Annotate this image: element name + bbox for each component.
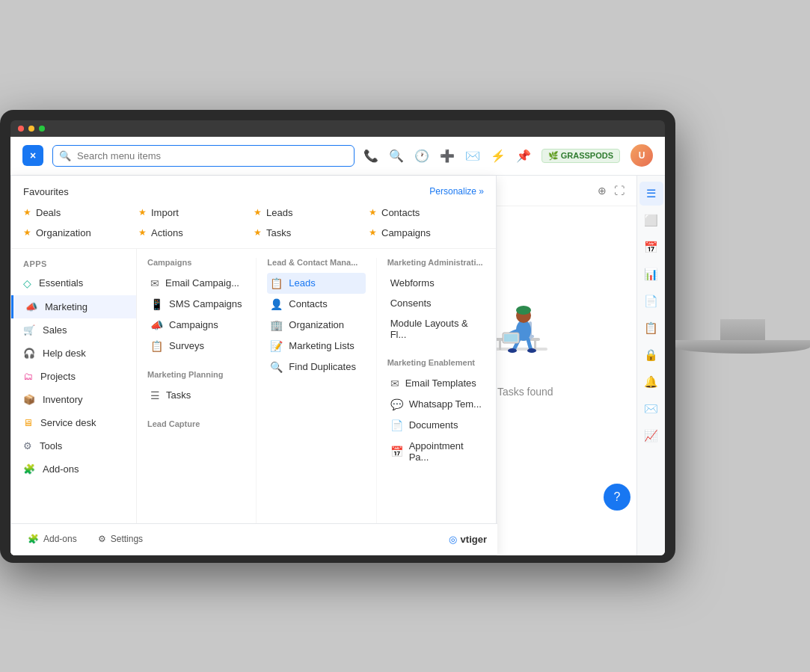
sub-item-label: Email Campaig... — [165, 277, 239, 289]
rail-list-icon[interactable]: ☰ — [639, 182, 663, 206]
rail-analytics-icon[interactable]: 📈 — [639, 424, 663, 448]
app-label: Help desk — [43, 348, 86, 359]
app-item-addons[interactable]: 🧩 Add-ons — [11, 457, 136, 481]
fav-label: Deals — [36, 207, 61, 218]
mail-icon[interactable]: ✉️ — [465, 149, 480, 163]
email-templates-icon: ✉ — [390, 377, 399, 389]
app-item-essentials[interactable]: ◇ Essentials — [11, 271, 136, 295]
fav-contacts[interactable]: ★ Contacts — [369, 205, 484, 221]
sub-item-find-duplicates[interactable]: 🔍 Find Duplicates — [267, 357, 365, 377]
sub-item-appointment[interactable]: 📅 Appointment Pa... — [387, 436, 485, 467]
rail-calendar-icon[interactable]: 📅 — [639, 235, 663, 259]
addons-button[interactable]: 🧩 Add-ons — [22, 531, 83, 547]
rail-mail-icon[interactable]: ✉️ — [639, 397, 663, 421]
personalize-link[interactable]: Personalize » — [429, 186, 484, 197]
app-label: Add-ons — [43, 463, 79, 475]
app-item-helpdesk[interactable]: 🎧 Help desk — [11, 342, 136, 365]
sub-item-consents[interactable]: Consents — [387, 293, 485, 313]
svg-point-9 — [508, 348, 517, 353]
search-global-icon[interactable]: 🔍 — [389, 149, 404, 163]
sub-item-email-templates[interactable]: ✉ Email Templates — [387, 373, 485, 394]
fav-organization[interactable]: ★ Organization — [23, 225, 138, 241]
marketing-admin-header: Marketing Administrati... — [387, 258, 485, 267]
sub-item-marketing-lists[interactable]: 📝 Marketing Lists — [267, 336, 365, 357]
rail-grid-icon[interactable]: ⬜ — [639, 209, 663, 232]
sub-item-label: Contacts — [289, 298, 327, 309]
rail-lock-icon[interactable]: 🔒 — [639, 343, 663, 367]
rail-notes-icon[interactable]: 📋 — [639, 316, 663, 340]
sub-item-leads[interactable]: 📋 Leads — [267, 273, 365, 294]
help-button[interactable]: ? — [604, 484, 630, 511]
sub-item-label: Documents — [409, 419, 458, 431]
app-label: Marketing — [45, 301, 88, 312]
rail-bell-icon[interactable]: 🔔 — [639, 370, 663, 394]
app-label: Service desk — [40, 417, 96, 428]
sub-item-tasks[interactable]: ☰ Tasks — [147, 385, 245, 406]
fav-campaigns[interactable]: ★ Campaigns — [369, 225, 484, 241]
sub-item-sms[interactable]: 📱 SMS Campaigns — [147, 294, 245, 315]
organization-icon: 🏢 — [270, 319, 283, 331]
app-item-tools[interactable]: ⚙ Tools — [11, 434, 136, 457]
contacts-icon: 👤 — [270, 298, 283, 310]
sub-item-organization[interactable]: 🏢 Organization — [267, 315, 365, 336]
fav-import[interactable]: ★ Import — [138, 205, 254, 221]
app-label: Sales — [43, 324, 67, 336]
fav-label: Leads — [266, 207, 292, 218]
app-label: Tools — [40, 440, 62, 451]
sub-item-module-layouts[interactable]: Module Layouts & Fl... — [387, 313, 485, 345]
fav-label: Actions — [151, 227, 183, 238]
svg-point-8 — [516, 306, 531, 315]
app-item-sales[interactable]: 🛒 Sales — [11, 318, 136, 342]
close-button[interactable]: × — [22, 145, 43, 166]
bolt-icon[interactable]: ⚡ — [491, 149, 506, 163]
app-item-servicedesk[interactable]: 🖥 Service desk — [11, 411, 136, 434]
sub-item-campaigns[interactable]: 📣 Campaigns — [147, 315, 245, 336]
history-icon[interactable]: 🕐 — [414, 149, 429, 163]
addons-btn-label: Add-ons — [43, 534, 77, 544]
app-label: Essentials — [39, 277, 83, 289]
sub-item-email-campaign[interactable]: ✉ Email Campaig... — [147, 273, 245, 294]
tools-icon: ⚙ — [23, 440, 32, 451]
favourites-items: ★ Deals ★ Import ★ Leads ★ — [23, 205, 484, 241]
surveys-icon: 📋 — [150, 340, 163, 352]
fav-star-icon: ★ — [23, 207, 31, 218]
add-task-icon[interactable]: ⊕ — [598, 185, 607, 197]
avatar[interactable]: U — [630, 144, 653, 167]
sub-item-label: Consents — [390, 298, 432, 309]
rail-chart-icon[interactable]: 📊 — [639, 262, 663, 286]
search-input[interactable] — [52, 145, 355, 167]
sub-item-documents[interactable]: 📄 Documents — [387, 415, 485, 436]
duplicates-icon: 🔍 — [270, 361, 283, 373]
settings-btn-icon: ⚙ — [98, 534, 106, 544]
fav-tasks[interactable]: ★ Tasks — [254, 225, 369, 241]
top-header: × 🔍 📞 🔍 🕐 ➕ ✉️ ⚡ 📌 🌿 GRASSPODS — [10, 137, 665, 176]
fav-actions[interactable]: ★ Actions — [138, 225, 254, 241]
sub-item-whatsapp[interactable]: 💬 Whatsapp Tem... — [387, 394, 485, 415]
app-item-marketing[interactable]: 📣 Marketing — [11, 295, 136, 318]
settings-button[interactable]: ⚙ Settings — [92, 531, 149, 547]
sub-item-label: Organization — [289, 319, 344, 330]
sub-item-contacts[interactable]: 👤 Contacts — [267, 294, 365, 315]
fav-leads[interactable]: ★ Leads — [254, 205, 369, 221]
add-icon[interactable]: ➕ — [440, 149, 455, 163]
sub-item-label: Marketing Lists — [289, 340, 354, 351]
marketing-lists-icon: 📝 — [270, 340, 283, 352]
sub-item-label: Email Templates — [405, 377, 476, 389]
vtiger-logo-text: vtiger — [461, 534, 487, 545]
rail-doc-icon[interactable]: 📄 — [639, 289, 663, 313]
sub-item-surveys[interactable]: 📋 Surveys — [147, 336, 245, 357]
fav-star-icon: ★ — [369, 227, 377, 238]
app-item-inventory[interactable]: 📦 Inventory — [11, 388, 136, 411]
grasspods-badge: 🌿 GRASSPODS — [541, 149, 620, 163]
expand-icon[interactable]: ⛶ — [614, 185, 625, 197]
sub-item-label: Campaigns — [169, 319, 218, 330]
svg-rect-3 — [534, 341, 536, 350]
phone-icon[interactable]: 📞 — [363, 149, 378, 163]
helpdesk-icon: 🎧 — [23, 348, 35, 359]
fav-label: Campaigns — [381, 227, 431, 238]
app-item-projects[interactable]: 🗂 Projects — [11, 365, 136, 388]
fav-deals[interactable]: ★ Deals — [23, 205, 138, 221]
pin-icon[interactable]: 📌 — [516, 149, 531, 163]
sub-item-webforms[interactable]: Webforms — [387, 273, 485, 293]
header-right: 📞 🔍 🕐 ➕ ✉️ ⚡ 📌 🌿 GRASSPODS U — [363, 144, 653, 167]
